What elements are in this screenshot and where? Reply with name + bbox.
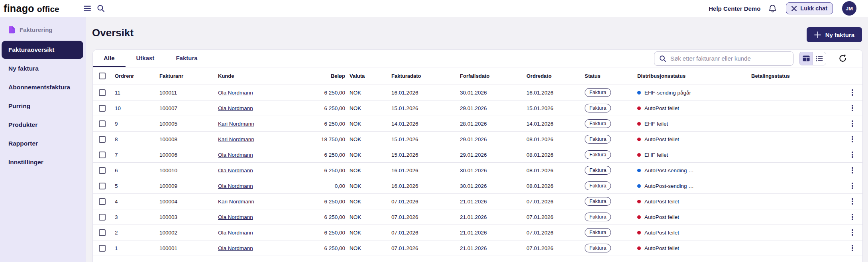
row-checkbox[interactable] — [99, 167, 106, 174]
column-header-betalingsstatus[interactable]: Betalingsstatus — [751, 73, 842, 79]
customer-link[interactable]: Ola Nordmann — [218, 245, 253, 251]
app-window: finago office Help Center Demo — [0, 0, 868, 262]
customer-link[interactable]: Ola Nordmann — [218, 90, 253, 96]
cell-valuta: NOK — [345, 167, 391, 173]
kebab-menu-icon[interactable] — [850, 88, 854, 97]
column-header-kunde[interactable]: Kunde — [218, 73, 292, 79]
table-row: 10 100007 Ola Nordmann 6 250,00 NOK 15.0… — [93, 100, 862, 116]
column-header-distribusjonsstatus[interactable]: Distribusjonsstatus — [637, 73, 751, 79]
sidebar-item-fakturaoversikt[interactable]: Fakturaoversikt — [2, 41, 83, 59]
cell-valuta: NOK — [345, 136, 391, 142]
customer-link[interactable]: Kari Nordmann — [218, 121, 254, 127]
table-row: 11 100011 Ola Nordmann 6 250,00 NOK 16.0… — [93, 85, 862, 100]
kebab-menu-icon[interactable] — [850, 150, 854, 159]
refresh-button[interactable] — [839, 54, 847, 63]
global-search-button[interactable] — [97, 4, 105, 12]
column-header-ordredato[interactable]: Ordredato — [526, 73, 585, 79]
user-avatar[interactable]: JM — [842, 1, 856, 16]
cell-distribusjonsstatus: AutoPost feilet — [644, 199, 679, 205]
customer-link[interactable]: Ola Nordmann — [218, 152, 253, 158]
cell-belop: 6 250,00 — [292, 245, 345, 251]
cell-ordrenr: 3 — [115, 214, 159, 220]
cell-valuta: NOK — [345, 121, 391, 127]
customer-link[interactable]: Ola Nordmann — [218, 105, 253, 111]
cell-belop: 6 250,00 — [292, 199, 345, 205]
select-all-checkbox[interactable] — [99, 73, 106, 79]
kebab-menu-icon[interactable] — [850, 135, 854, 144]
row-checkbox[interactable] — [99, 198, 106, 205]
notifications-button[interactable] — [768, 4, 777, 13]
close-chat-button[interactable]: Lukk chat — [786, 2, 833, 14]
tab-faktura[interactable]: Faktura — [165, 50, 208, 67]
cell-fakturadato: 16.01.2026 — [391, 167, 460, 173]
column-header-ordrenr[interactable]: Ordrenr — [115, 73, 159, 79]
cell-belop: 6 250,00 — [292, 152, 345, 158]
sidebar-item-purring[interactable]: Purring — [0, 97, 86, 115]
cell-belop: 0,00 — [292, 183, 345, 189]
cell-ordredato: 08.01.2026 — [526, 152, 585, 158]
row-checkbox[interactable] — [99, 120, 106, 127]
topbar-right: Help Center Demo Lukk chat JM — [709, 1, 856, 16]
sidebar-item-innstillinger[interactable]: Innstillinger — [0, 153, 86, 171]
kebab-menu-icon[interactable] — [850, 166, 854, 175]
kebab-menu-icon[interactable] — [850, 244, 854, 252]
cell-fakturadato: 16.01.2026 — [391, 183, 460, 189]
cell-fakturanr: 100001 — [159, 245, 218, 251]
column-header-fakturadato[interactable]: Fakturadato — [391, 73, 460, 79]
tab-utkast[interactable]: Utkast — [126, 50, 165, 67]
search-icon — [659, 55, 666, 62]
tab-alle[interactable]: Alle — [93, 50, 126, 67]
topbar: finago office Help Center Demo — [0, 0, 868, 17]
sidebar-item-label: Rapporter — [8, 140, 38, 147]
app-logo: finago office — [4, 3, 59, 14]
column-header-fakturanr[interactable]: Fakturanr — [159, 73, 218, 79]
menu-button[interactable] — [84, 6, 91, 12]
cell-belop: 6 250,00 — [292, 214, 345, 220]
kebab-menu-icon[interactable] — [850, 119, 854, 128]
invoice-search-input[interactable] — [670, 55, 788, 62]
row-checkbox[interactable] — [99, 152, 106, 158]
kebab-menu-icon[interactable] — [850, 181, 854, 190]
kebab-menu-icon[interactable] — [850, 213, 854, 221]
sidebar-item-rapporter[interactable]: Rapporter — [0, 134, 86, 153]
cell-valuta: NOK — [345, 183, 391, 189]
new-invoice-button[interactable]: Ny faktura — [807, 27, 862, 42]
cell-valuta: NOK — [345, 199, 391, 205]
cell-distribusjonsstatus: AutoPost feilet — [644, 136, 679, 142]
customer-link[interactable]: Kari Nordmann — [218, 199, 254, 205]
row-checkbox[interactable] — [99, 136, 106, 143]
customer-link[interactable]: Ola Nordmann — [218, 167, 253, 173]
sidebar-item-produkter[interactable]: Produkter — [0, 115, 86, 134]
customer-link[interactable]: Ola Nordmann — [218, 183, 253, 189]
cell-ordrenr: 7 — [115, 152, 159, 158]
kebab-menu-icon[interactable] — [850, 228, 854, 237]
row-checkbox[interactable] — [99, 214, 106, 221]
cell-valuta: NOK — [345, 90, 391, 96]
sidebar-item-label: Produkter — [8, 121, 37, 128]
row-checkbox[interactable] — [99, 245, 106, 252]
row-checkbox[interactable] — [99, 183, 106, 189]
column-header-status[interactable]: Status — [585, 73, 637, 79]
table-view-button[interactable] — [799, 52, 813, 65]
sidebar-item-ny-faktura[interactable]: Ny faktura — [0, 59, 86, 78]
row-checkbox[interactable] — [99, 229, 106, 236]
column-header-belop[interactable]: Beløp — [292, 73, 345, 79]
cell-ordredato: 16.01.2026 — [526, 90, 585, 96]
row-checkbox[interactable] — [99, 89, 106, 96]
cell-ordrenr: 10 — [115, 105, 159, 111]
distribution-status-dot — [637, 231, 641, 234]
status-badge: Faktura — [585, 228, 611, 237]
list-view-button[interactable] — [813, 52, 826, 65]
cell-forfallsdato: 29.01.2026 — [460, 105, 526, 111]
column-header-forfallsdato[interactable]: Forfallsdato — [460, 73, 526, 79]
sidebar-item-abonnementsfaktura[interactable]: Abonnementsfaktura — [0, 78, 86, 97]
row-checkbox[interactable] — [99, 105, 106, 112]
kebab-menu-icon[interactable] — [850, 197, 854, 206]
customer-link[interactable]: Kari Nordmann — [218, 136, 254, 142]
kebab-menu-icon[interactable] — [850, 104, 854, 112]
customer-link[interactable]: Ola Nordmann — [218, 214, 253, 220]
customer-link[interactable]: Ola Nordmann — [218, 230, 253, 236]
column-header-valuta[interactable]: Valuta — [345, 73, 391, 79]
cell-fakturanr: 100004 — [159, 199, 218, 205]
page-title: Oversikt — [92, 27, 134, 39]
